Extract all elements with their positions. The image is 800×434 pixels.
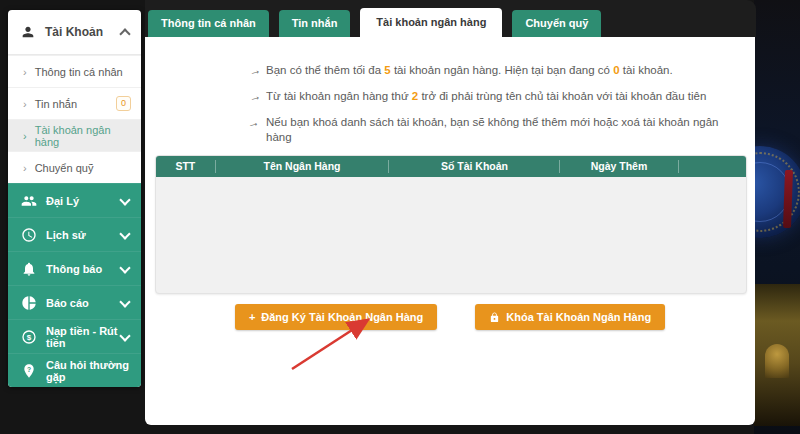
note-text: Nếu bạn khoá danh sách tài khoản, bạn sẽ… bbox=[266, 115, 729, 145]
tab-personal-info[interactable]: Thông tin cá nhân bbox=[148, 10, 269, 37]
bell-icon bbox=[21, 261, 37, 277]
account-tabs: Thông tin cá nhân Tin nhắn Tài khoản ngâ… bbox=[148, 8, 611, 37]
clock-icon bbox=[21, 227, 37, 243]
chevron-down-icon bbox=[119, 228, 130, 239]
tab-messages[interactable]: Tin nhắn bbox=[279, 10, 351, 37]
chevron-down-icon bbox=[119, 296, 130, 307]
chevron-down-icon bbox=[119, 194, 130, 205]
caret-icon: › bbox=[23, 162, 27, 174]
sidebar-item-fund-transfer[interactable]: › Chuyển quỹ bbox=[8, 151, 141, 183]
column-header-date-added: Ngày Thêm bbox=[560, 160, 678, 173]
note-text: Từ tài khoản ngân hàng thứ 2 trở đi phải… bbox=[266, 89, 706, 104]
app-window: Thông tin cá nhân Tin nhắn Tài khoản ngâ… bbox=[0, 0, 800, 434]
note-arrow-icon: → bbox=[247, 61, 267, 80]
column-header-stt: STT bbox=[156, 160, 216, 173]
note-max-accounts: → Bạn có thể thêm tối đa 5 tài khoản ngâ… bbox=[249, 63, 729, 78]
user-icon bbox=[20, 24, 36, 40]
caret-icon: › bbox=[23, 66, 27, 78]
golden-building-decoration bbox=[754, 284, 800, 426]
register-bank-account-button[interactable]: + Đăng Ký Tài Khoản Ngân Hàng bbox=[235, 304, 437, 330]
svg-text:?: ? bbox=[27, 365, 31, 372]
tab-fund-transfer[interactable]: Chuyển quỹ bbox=[512, 10, 601, 37]
note-text: Bạn có thể thêm tối đa 5 tài khoản ngân … bbox=[266, 63, 673, 78]
sidebar-item-bank-accounts[interactable]: › Tài khoản ngân hàng bbox=[8, 119, 141, 151]
people-icon bbox=[21, 193, 37, 209]
sidebar-item-agents[interactable]: Đại Lý bbox=[8, 183, 141, 217]
sidebar-item-deposit-withdraw[interactable]: $ Nạp tiền - Rút tiền bbox=[8, 319, 141, 353]
arch-decoration bbox=[765, 344, 789, 378]
chevron-up-icon bbox=[119, 28, 130, 39]
lock-icon bbox=[489, 312, 500, 323]
sidebar-item-personal-info[interactable]: › Thông tin cá nhân bbox=[8, 55, 141, 87]
sidebar-item-faq[interactable]: ? Câu hỏi thường gặp bbox=[8, 353, 141, 387]
bank-accounts-panel: → Bạn có thể thêm tối đa 5 tài khoản ngâ… bbox=[145, 37, 755, 425]
question-pin-icon: ? bbox=[21, 363, 37, 379]
column-header-empty bbox=[679, 160, 746, 173]
background-casino-image bbox=[754, 0, 800, 434]
note-arrow-icon: → bbox=[247, 87, 267, 106]
action-buttons-row: + Đăng Ký Tài Khoản Ngân Hàng Khóa Tài K… bbox=[145, 304, 755, 330]
table-header-row: STT Tên Ngân Hàng Số Tài Khoản Ngày Thêm bbox=[156, 156, 746, 177]
sidebar-item-history[interactable]: Lịch sử bbox=[8, 217, 141, 251]
caret-icon: › bbox=[23, 130, 27, 142]
sidebar-item-notifications[interactable]: Thông báo bbox=[8, 251, 141, 285]
messages-count-badge: 0 bbox=[116, 96, 131, 111]
svg-text:$: $ bbox=[27, 333, 32, 342]
sidebar-group-account[interactable]: Tài Khoản bbox=[8, 10, 141, 55]
column-header-account-number: Số Tài Khoản bbox=[389, 160, 560, 173]
caret-icon: › bbox=[23, 98, 27, 110]
sidebar-menu: Đại Lý Lịch sử Thông báo Báo cáo $ Nạp t… bbox=[8, 183, 141, 387]
dollar-circle-icon: $ bbox=[21, 329, 37, 345]
note-same-owner: → Từ tài khoản ngân hàng thứ 2 trở đi ph… bbox=[249, 89, 729, 104]
plus-icon: + bbox=[249, 311, 255, 323]
info-notes: → Bạn có thể thêm tối đa 5 tài khoản ngâ… bbox=[249, 63, 729, 156]
sidebar-item-reports[interactable]: Báo cáo bbox=[8, 285, 141, 319]
pie-chart-icon bbox=[21, 295, 37, 311]
account-sidebar: Tài Khoản › Thông tin cá nhân › Tin nhắn… bbox=[8, 10, 141, 387]
chevron-down-icon bbox=[119, 262, 130, 273]
column-header-bank-name: Tên Ngân Hàng bbox=[216, 160, 390, 173]
chevron-down-icon bbox=[119, 330, 130, 341]
bank-accounts-table: STT Tên Ngân Hàng Số Tài Khoản Ngày Thêm bbox=[155, 155, 747, 294]
tab-bank-accounts[interactable]: Tài khoản ngân hàng bbox=[360, 8, 502, 37]
sidebar-item-messages[interactable]: › Tin nhắn 0 bbox=[8, 87, 141, 119]
sidebar-group-label: Tài Khoản bbox=[45, 25, 121, 39]
lock-bank-account-button[interactable]: Khóa Tài Khoản Ngân Hàng bbox=[475, 304, 665, 330]
note-lock-warning: → Nếu bạn khoá danh sách tài khoản, bạn … bbox=[249, 115, 729, 145]
